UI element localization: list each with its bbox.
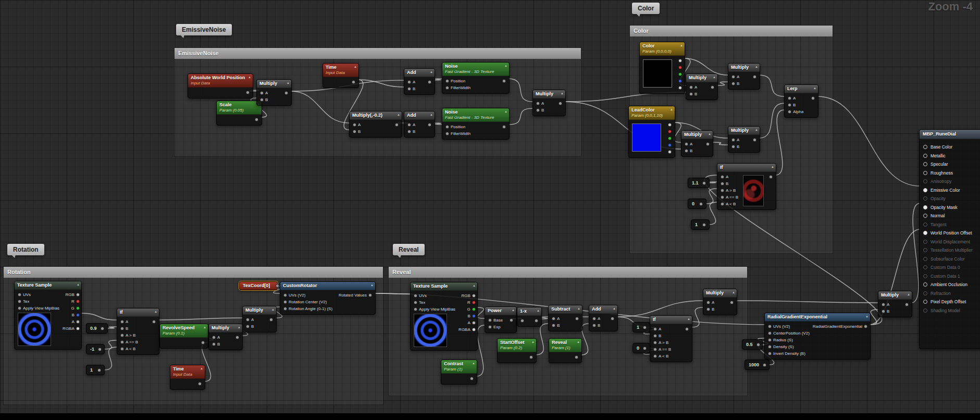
pin-circle-icon[interactable] (535, 319, 538, 323)
input-pin[interactable]: Apply View MipBias (15, 305, 61, 312)
material-pin-circle[interactable] (923, 145, 927, 149)
output-pin[interactable] (526, 354, 536, 361)
pin-circle-icon[interactable] (18, 300, 21, 303)
input-pin[interactable]: Alpha (785, 108, 805, 115)
material-input-tangent[interactable]: Tangent (923, 220, 980, 229)
pin-circle-icon[interactable] (769, 175, 773, 179)
input-pin[interactable]: Rotation Angle (0-1) (S) (280, 305, 334, 312)
node-if-rotation[interactable]: If▲ABA > BA == BA < B (117, 308, 159, 355)
output-pin[interactable] (702, 223, 706, 227)
pin-circle-icon[interactable] (212, 336, 216, 339)
material-input-anisotropy[interactable]: Anisotropy (923, 177, 980, 186)
output-pin[interactable] (195, 380, 205, 387)
collapse-arrow-icon[interactable]: ▲ (771, 165, 774, 168)
pin-circle-icon[interactable] (668, 150, 672, 154)
node-lerp[interactable]: Lerp▲ABAlpha (784, 84, 818, 118)
output-pin[interactable] (607, 315, 617, 322)
node-multiply-angle[interactable]: Multiply▲AB (242, 306, 277, 332)
material-graph-canvas[interactable]: Zoom -4 EmissiveNoiseColorRotationReveal… (0, 0, 980, 420)
input-pin[interactable]: A < B (717, 201, 740, 207)
pin-circle-icon[interactable] (414, 294, 417, 298)
pin-circle-icon[interactable] (283, 293, 287, 297)
collapse-arrow-icon[interactable]: ▲ (430, 70, 433, 73)
node-const-1-rotation[interactable]: 1 (86, 365, 105, 375)
material-pin-circle[interactable] (923, 171, 927, 175)
pin-circle-icon[interactable] (721, 189, 724, 192)
pin-circle-icon[interactable] (689, 92, 693, 96)
pin-circle-icon[interactable] (510, 318, 513, 322)
input-pin[interactable]: B (350, 128, 362, 135)
pin-circle-icon[interactable] (414, 307, 417, 311)
input-pin[interactable]: B (650, 332, 673, 339)
node-texture-sample-reveal[interactable]: Texture Sample▲UVsTexApply View MipBiasR… (410, 282, 478, 351)
material-pin-circle[interactable] (923, 223, 927, 227)
material-pin-circle[interactable] (923, 205, 927, 209)
pin-circle-icon[interactable] (706, 301, 710, 304)
pin-circle-icon[interactable] (488, 325, 492, 329)
pin-circle-icon[interactable] (18, 293, 21, 297)
collapse-arrow-icon[interactable]: ▲ (577, 340, 580, 343)
pin-circle-icon[interactable] (246, 318, 250, 322)
input-pin[interactable]: B (549, 322, 561, 329)
node-power[interactable]: Power▲BaseExp (485, 306, 517, 333)
input-pin[interactable]: A (703, 299, 716, 306)
pin-circle-icon[interactable] (260, 98, 264, 102)
pin-circle-icon[interactable] (488, 318, 492, 322)
output-pin[interactable] (808, 95, 818, 102)
pin-circle-icon[interactable] (678, 59, 682, 63)
output-pin[interactable] (392, 121, 402, 128)
input-pin[interactable]: B (257, 96, 269, 103)
pin-circle-icon[interactable] (201, 341, 205, 344)
input-pin[interactable]: A (650, 326, 673, 332)
pin-circle-icon[interactable] (76, 300, 80, 303)
collapse-arrow-icon[interactable]: ▲ (200, 367, 203, 370)
pin-circle-icon[interactable] (611, 317, 614, 320)
pin-circle-icon[interactable] (120, 333, 124, 337)
output-pin[interactable] (149, 318, 159, 325)
pin-circle-icon[interactable] (721, 175, 724, 179)
collapse-arrow-icon[interactable]: ▲ (531, 340, 535, 343)
input-pin[interactable]: Tex (15, 298, 61, 305)
node-noise-bottom[interactable]: NoiseFast Gradient - 3D Texture▲Position… (442, 108, 510, 140)
output-pin[interactable] (665, 149, 675, 155)
node-leadcolor-param[interactable]: LeadColorParam (0,0,1,10)▲ (628, 106, 675, 158)
pin-circle-icon[interactable] (653, 348, 657, 351)
material-input-subsurface-color[interactable]: Subsurface Color (923, 255, 980, 264)
output-pin[interactable] (572, 315, 582, 322)
pin-circle-icon[interactable] (529, 355, 533, 359)
pin-circle-icon[interactable] (407, 123, 411, 127)
material-input-pixel-depth-offset[interactable]: Pixel Depth Offset (923, 298, 980, 306)
pin-circle-icon[interactable] (120, 320, 124, 324)
input-pin[interactable]: A == B (117, 339, 140, 345)
node-const-1-reveal[interactable]: 1 (632, 322, 650, 332)
comment-title-rotation[interactable]: Rotation (4, 267, 383, 278)
pin-circle-icon[interactable] (731, 75, 735, 79)
collapse-arrow-icon[interactable]: ▲ (248, 76, 251, 79)
node-radialgradientexponential[interactable]: RadialGradientExponential▲UVs (V2)Center… (764, 313, 871, 360)
output-pin[interactable] (699, 202, 703, 206)
pin-circle-icon[interactable] (283, 307, 287, 311)
pin-circle-icon[interactable] (731, 82, 735, 85)
pin-circle-icon[interactable] (768, 345, 772, 349)
node-multiply-color-2[interactable]: Multiply▲AB (728, 63, 760, 90)
material-pin-circle[interactable] (923, 308, 927, 313)
pin-circle-icon[interactable] (445, 132, 449, 135)
input-pin[interactable]: A (209, 334, 221, 341)
collapse-arrow-icon[interactable]: ▲ (271, 308, 275, 311)
node-multiply-final[interactable]: Multiply▲AB (878, 291, 912, 317)
output-pin[interactable] (702, 181, 706, 185)
output-pin[interactable] (665, 128, 675, 135)
pin-circle-icon[interactable] (472, 307, 476, 311)
output-pin[interactable] (555, 100, 565, 107)
pin-circle-icon[interactable] (592, 324, 596, 327)
material-pin-circle[interactable] (923, 154, 927, 158)
pin-circle-icon[interactable] (520, 319, 524, 323)
output-pin[interactable] (675, 78, 685, 84)
collapse-arrow-icon[interactable]: ▲ (472, 362, 475, 365)
input-pin[interactable]: B (686, 91, 699, 97)
input-pin[interactable]: A (785, 95, 805, 102)
output-pin[interactable] (675, 71, 685, 78)
pin-circle-icon[interactable] (472, 301, 476, 304)
collapse-arrow-icon[interactable]: ▲ (613, 307, 616, 310)
output-pin[interactable] (425, 121, 435, 128)
